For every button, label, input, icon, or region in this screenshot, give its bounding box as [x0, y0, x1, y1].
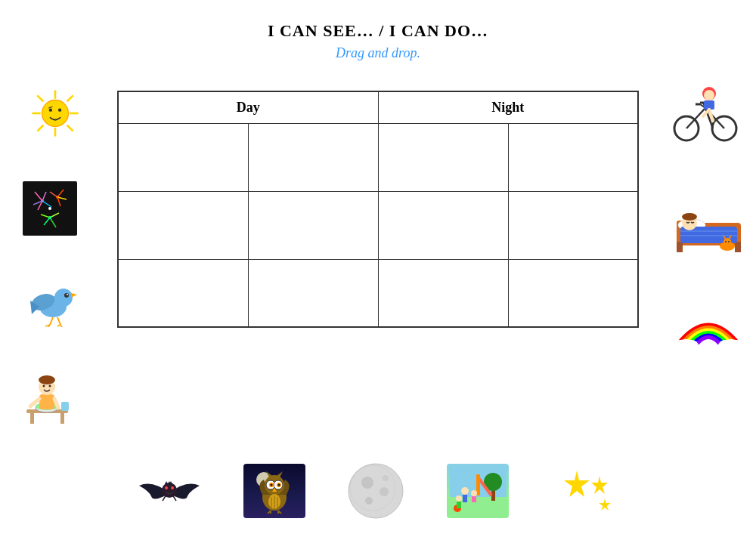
owl-night-box — [243, 464, 305, 518]
svg-point-80 — [723, 238, 731, 245]
svg-rect-134 — [472, 496, 476, 502]
night-cell-2-2[interactable] — [508, 191, 638, 259]
moon-icon — [346, 461, 405, 520]
svg-rect-44 — [60, 413, 64, 424]
svg-line-39 — [57, 317, 60, 325]
svg-point-83 — [725, 241, 727, 242]
svg-point-28 — [48, 216, 51, 219]
svg-point-108 — [270, 484, 272, 486]
boy-bike-icon — [671, 82, 739, 142]
svg-rect-48 — [39, 394, 54, 409]
svg-line-6 — [67, 95, 73, 101]
svg-line-15 — [35, 192, 42, 201]
svg-point-9 — [49, 108, 52, 111]
svg-point-10 — [58, 108, 61, 111]
svg-marker-34 — [71, 293, 77, 298]
day-night-table[interactable]: Day Night — [117, 91, 639, 328]
sun-icon — [29, 87, 82, 140]
subtitle: Drag and drop. — [0, 45, 756, 61]
svg-rect-72 — [735, 242, 741, 252]
svg-line-19 — [42, 201, 51, 207]
svg-marker-138 — [564, 471, 590, 497]
kids-park-item[interactable] — [447, 464, 509, 518]
svg-line-40 — [57, 325, 60, 326]
svg-point-65 — [704, 90, 714, 100]
svg-line-27 — [50, 213, 59, 218]
bat-icon — [138, 465, 202, 517]
svg-point-131 — [461, 487, 469, 495]
night-cell-2-1[interactable] — [378, 191, 508, 259]
svg-point-8 — [42, 100, 69, 127]
svg-point-122 — [365, 497, 373, 505]
fireworks-icon — [23, 181, 77, 236]
svg-rect-137 — [457, 502, 461, 508]
stars-item[interactable] — [550, 467, 618, 516]
boy-eating-item[interactable] — [19, 370, 76, 430]
day-cell-3-1[interactable] — [118, 259, 248, 327]
svg-line-4 — [37, 95, 43, 101]
night-cell-1-1[interactable] — [378, 123, 508, 191]
bat-item[interactable] — [138, 465, 202, 517]
day-cell-2-1[interactable] — [118, 191, 248, 259]
day-cell-3-2[interactable] — [248, 259, 378, 327]
sleeping-child-icon — [673, 189, 745, 253]
svg-point-84 — [728, 241, 730, 242]
table-row[interactable] — [118, 191, 638, 259]
svg-point-120 — [361, 477, 373, 489]
svg-line-41 — [60, 325, 62, 327]
svg-rect-71 — [677, 242, 683, 252]
svg-point-92 — [165, 486, 168, 489]
svg-point-136 — [456, 495, 462, 502]
fireworks-item[interactable] — [23, 181, 77, 236]
rainbow-icon — [674, 302, 742, 355]
day-cell-2-2[interactable] — [248, 191, 378, 259]
stars-icon — [550, 467, 618, 516]
svg-point-133 — [471, 490, 477, 496]
owl-icon — [253, 468, 296, 514]
owl-item[interactable] — [243, 464, 305, 518]
svg-point-32 — [64, 293, 69, 298]
boy-bike-item[interactable] — [671, 82, 739, 145]
night-cell-3-2[interactable] — [508, 259, 638, 327]
svg-marker-139 — [591, 476, 608, 494]
svg-point-50 — [39, 375, 55, 384]
svg-line-57 — [686, 108, 705, 128]
svg-rect-132 — [463, 495, 467, 502]
table-row[interactable] — [118, 259, 638, 327]
moon-item[interactable] — [346, 461, 405, 520]
svg-line-36 — [50, 317, 53, 325]
kids-park-icon — [450, 467, 507, 516]
table-row[interactable] — [118, 123, 638, 191]
day-header: Day — [118, 91, 378, 123]
svg-line-22 — [57, 197, 60, 206]
night-cell-1-2[interactable] — [508, 123, 638, 191]
sun-item[interactable] — [29, 87, 82, 143]
main-table-wrapper: Day Night — [117, 91, 639, 328]
svg-line-7 — [37, 125, 43, 131]
day-cell-1-2[interactable] — [248, 123, 378, 191]
svg-point-51 — [43, 385, 45, 387]
svg-line-25 — [50, 218, 56, 227]
svg-point-33 — [67, 294, 68, 295]
sleeping-child-item[interactable] — [673, 189, 745, 256]
svg-point-93 — [171, 486, 174, 489]
svg-marker-140 — [599, 499, 611, 511]
day-cell-1-1[interactable] — [118, 123, 248, 191]
night-cell-3-1[interactable] — [378, 259, 508, 327]
bird-item[interactable] — [24, 278, 77, 330]
svg-line-20 — [57, 190, 64, 197]
svg-point-91 — [162, 483, 177, 498]
svg-rect-47 — [61, 402, 69, 411]
svg-point-87 — [683, 340, 699, 352]
page-title: I CAN SEE… / I CAN DO… — [0, 0, 756, 41]
bottom-items — [117, 461, 639, 520]
svg-marker-95 — [165, 481, 168, 484]
boy-eating-icon — [19, 370, 76, 427]
svg-point-14 — [48, 207, 51, 210]
svg-line-23 — [50, 192, 57, 197]
svg-point-121 — [380, 487, 389, 496]
svg-point-123 — [383, 475, 389, 481]
rainbow-item[interactable] — [674, 302, 742, 358]
bird-icon — [24, 278, 77, 327]
svg-line-16 — [42, 192, 46, 201]
